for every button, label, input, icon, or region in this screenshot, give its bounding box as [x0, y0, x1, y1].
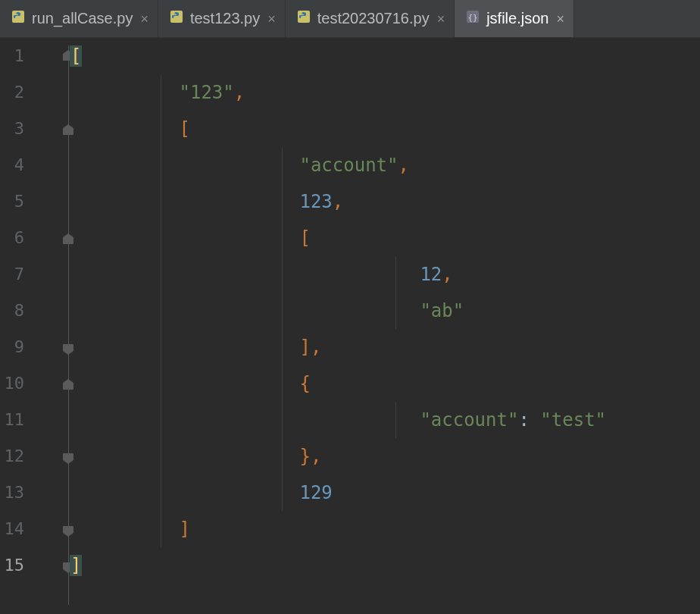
tab-label: jsfile.json: [486, 10, 548, 27]
python-file-icon: [169, 9, 184, 28]
line-number: 10: [0, 365, 24, 402]
line-number: 4: [0, 147, 24, 183]
close-icon[interactable]: ×: [556, 12, 564, 26]
bracket-close: ]: [70, 555, 82, 576]
close-icon[interactable]: ×: [437, 12, 445, 26]
line-number-gutter: 1 2 3 4 5 6 7 8 9 10 11 12 13 14 15: [0, 38, 30, 614]
bracket-open: [: [299, 227, 310, 249]
brace-close: }: [299, 446, 310, 467]
code-line[interactable]: 123,: [70, 183, 700, 220]
json-file-icon: {}: [465, 9, 480, 28]
line-number: 13: [0, 475, 24, 511]
line-number: 6: [0, 220, 24, 256]
brace-open: {: [299, 373, 310, 394]
code-line[interactable]: },: [70, 438, 700, 475]
code-line[interactable]: 12,: [70, 256, 700, 293]
line-number: 11: [0, 402, 24, 438]
line-number: 1: [0, 38, 24, 74]
bracket-open: [: [70, 45, 82, 67]
close-icon[interactable]: ×: [267, 12, 276, 26]
line-number: 12: [0, 438, 24, 475]
python-file-icon: [11, 9, 26, 28]
bracket-open: [: [180, 118, 190, 139]
line-number: 5: [0, 183, 24, 220]
code-line[interactable]: ]: [70, 511, 700, 547]
tab-test20230716[interactable]: test20230716.py ×: [286, 0, 455, 37]
code-line[interactable]: "account",: [70, 147, 700, 183]
tab-bar: run_allCase.py × test123.py × test202307…: [0, 0, 700, 38]
tab-test123[interactable]: test123.py ×: [158, 0, 286, 37]
python-file-icon: [296, 9, 311, 28]
line-number: 8: [0, 293, 24, 329]
fold-gutter: [30, 38, 61, 614]
code-line[interactable]: 129: [70, 475, 700, 511]
tab-run-allcase[interactable]: run_allCase.py ×: [0, 0, 158, 37]
bracket-close: ]: [180, 518, 190, 540]
bracket-close: ]: [299, 337, 310, 358]
line-number: 7: [0, 256, 24, 293]
code-line[interactable]: [: [70, 38, 700, 74]
svg-text:{}: {}: [468, 13, 478, 23]
line-number: 14: [0, 511, 24, 547]
tab-label: test123.py: [190, 10, 260, 27]
code-line[interactable]: ]: [70, 547, 700, 584]
close-icon[interactable]: ×: [140, 12, 148, 26]
code-line[interactable]: "account": "test": [70, 402, 700, 438]
code-line[interactable]: "ab": [70, 293, 700, 329]
code-line[interactable]: "123",: [70, 74, 700, 111]
code-area[interactable]: [ "123", [ "account", 123, [ 12,: [61, 38, 700, 614]
code-line[interactable]: ],: [70, 329, 700, 365]
code-line[interactable]: [: [70, 220, 700, 256]
tab-label: run_allCase.py: [32, 10, 133, 27]
line-number: 9: [0, 329, 24, 365]
tab-jsfile[interactable]: {} jsfile.json ×: [455, 0, 574, 37]
line-number: 3: [0, 111, 24, 147]
editor[interactable]: 1 2 3 4 5 6 7 8 9 10 11 12 13 14 15 [: [0, 38, 700, 614]
line-number: 15: [0, 547, 24, 584]
code-line[interactable]: [: [70, 111, 700, 147]
line-number: 2: [0, 74, 24, 111]
tab-label: test20230716.py: [317, 10, 430, 27]
code-line[interactable]: {: [70, 365, 700, 402]
